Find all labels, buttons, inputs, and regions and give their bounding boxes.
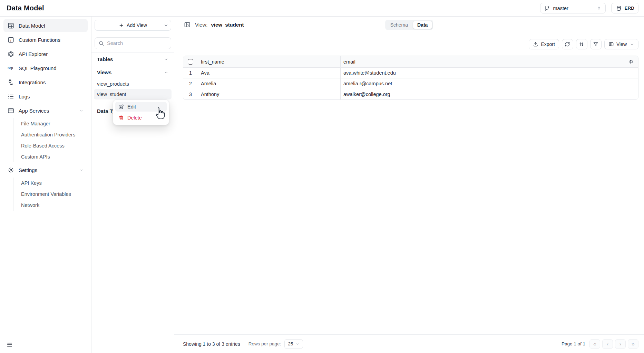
chevron-down-icon <box>630 42 634 47</box>
pagination: « ‹ › » <box>589 339 638 349</box>
sidebar-item-data-model[interactable]: Data Model <box>3 19 88 32</box>
branch-selector[interactable]: master <box>540 3 606 13</box>
rows-per-page-value: 25 <box>288 341 293 346</box>
sidebar-item-file-manager[interactable]: File Manager <box>19 118 88 129</box>
add-view-dropdown-toggle[interactable] <box>164 23 168 28</box>
table-row[interactable]: 3 Anthony awalker@college.org <box>183 89 638 99</box>
refresh-button[interactable] <box>562 39 573 49</box>
list-icon <box>8 93 14 100</box>
filter-funnel-icon <box>593 41 598 47</box>
app-window-icon <box>8 107 14 114</box>
cell-email: amelia.r@campus.net <box>340 78 623 89</box>
view-item-view-student[interactable]: view_student <box>94 89 172 99</box>
sidebar-child-label: Network <box>21 202 39 208</box>
select-all-cell <box>183 56 198 67</box>
sidebar-child-label: Authentication Providers <box>21 132 75 137</box>
cell-first-name: Anthony <box>198 89 340 99</box>
sidebar-item-label: Integrations <box>19 79 46 85</box>
data-table: first_name email 1 Ava ava.white@student… <box>183 56 638 100</box>
section-tables[interactable]: Tables <box>91 53 174 66</box>
row-number: 1 <box>183 68 198 78</box>
sidebar-item-sql-playground[interactable]: SQL SQL Playground <box>3 61 88 75</box>
chevron-down-icon <box>79 168 84 172</box>
add-view-button[interactable]: Add View <box>95 20 171 31</box>
erd-button[interactable]: ERD <box>611 3 638 13</box>
context-menu-delete[interactable]: Delete <box>115 113 167 123</box>
chevron-down-icon <box>164 57 168 61</box>
tab-data[interactable]: Data <box>413 21 432 29</box>
search-input[interactable] <box>107 40 172 46</box>
panel-collapse-button[interactable] <box>183 20 192 29</box>
export-button[interactable]: Export <box>529 39 559 49</box>
last-page-button[interactable]: » <box>628 339 638 349</box>
sidebar-item-network[interactable]: Network <box>19 200 88 211</box>
sidebar-item-api-explorer[interactable]: API Explorer <box>3 47 88 60</box>
sidebar-item-custom-apis[interactable]: Custom APIs <box>19 151 88 162</box>
search-box[interactable] <box>95 37 171 49</box>
chevron-left-icon: ‹ <box>607 341 608 347</box>
columns-icon <box>608 41 614 47</box>
cable-plug-icon <box>8 79 14 86</box>
filter-button[interactable] <box>590 39 602 49</box>
export-label: Export <box>541 41 555 47</box>
main-content: View: view_student Schema Data Export <box>174 17 644 353</box>
sidebar-item-integrations[interactable]: Integrations <box>3 76 88 89</box>
chevron-down-icon <box>164 23 168 28</box>
tab-schema[interactable]: Schema <box>386 21 412 29</box>
chevron-right-icon: › <box>619 341 621 347</box>
entries-summary: Showing 1 to 3 of 3 entries <box>183 341 240 347</box>
chevrons-up-down-icon <box>596 5 602 11</box>
chevron-down-icon <box>79 108 84 113</box>
sidebar-item-api-keys[interactable]: API Keys <box>19 178 88 189</box>
row-height-cell[interactable] <box>623 56 638 67</box>
first-page-button[interactable]: « <box>589 339 600 349</box>
prev-page-button[interactable]: ‹ <box>602 339 613 349</box>
sidebar-item-role-based-access[interactable]: Role-Based Access <box>19 140 88 151</box>
table-row[interactable]: 1 Ava ava.white@student.edu <box>183 67 638 78</box>
sidebar-item-settings[interactable]: Settings <box>3 163 88 176</box>
sidebar-item-authentication-providers[interactable]: Authentication Providers <box>19 129 88 140</box>
view-item-view-products[interactable]: view_products <box>94 79 172 89</box>
page-title: Data Model <box>7 4 44 12</box>
next-page-button[interactable]: › <box>615 339 626 349</box>
page-info: Page 1 of 1 <box>562 341 585 346</box>
cell-spacer <box>623 68 638 78</box>
sidebar-collapse-button[interactable] <box>6 341 14 349</box>
edit-label: Edit <box>127 104 136 109</box>
sort-arrows-icon <box>579 41 584 47</box>
sort-button[interactable] <box>576 39 587 49</box>
column-header-first-name[interactable]: first_name <box>198 56 340 67</box>
graphql-hexagon-icon <box>8 51 14 57</box>
double-chevron-right-icon: » <box>632 341 634 347</box>
plus-icon <box>119 23 124 28</box>
function-square-icon: ƒ <box>8 37 14 43</box>
view-columns-button[interactable]: View <box>604 39 638 49</box>
sql-text-icon: SQL <box>8 65 14 71</box>
views-section-label: Views <box>97 69 111 75</box>
section-views[interactable]: Views <box>91 66 174 79</box>
sidebar-item-app-services[interactable]: App Services <box>3 104 88 117</box>
select-all-checkbox[interactable] <box>188 59 193 65</box>
column-header-email[interactable]: email <box>340 56 623 67</box>
svg-text:ƒ: ƒ <box>10 38 12 41</box>
panel-left-close-icon <box>184 21 191 28</box>
topbar-actions: master ERD <box>540 3 638 13</box>
chevron-up-icon <box>164 70 168 75</box>
app-services-children: File Manager Authentication Providers Ro… <box>13 118 88 162</box>
table-body: 1 Ava ava.white@student.edu 2 Amelia ame… <box>183 67 638 99</box>
view-button-label: View <box>616 41 627 47</box>
footer-right: Page 1 of 1 « ‹ › » <box>562 339 638 349</box>
branch-name: master <box>553 6 593 11</box>
trash-icon <box>118 115 124 121</box>
view-item-label: view_student <box>97 92 126 97</box>
rows-per-page-select[interactable]: 25 <box>284 339 303 349</box>
app-window: Data Model master ERD <box>0 0 644 353</box>
table-header-row: first_name email <box>183 56 638 67</box>
double-chevron-left-icon: « <box>593 341 596 347</box>
sidebar-item-logs[interactable]: Logs <box>3 90 88 103</box>
table-row[interactable]: 2 Amelia amelia.r@campus.net <box>183 78 638 89</box>
tables-section-label: Tables <box>97 56 113 62</box>
sidebar-item-environment-variables[interactable]: Environment Variables <box>19 189 88 200</box>
sidebar-item-custom-functions[interactable]: ƒ Custom Functions <box>3 33 88 46</box>
context-menu-edit[interactable]: Edit <box>115 102 167 112</box>
